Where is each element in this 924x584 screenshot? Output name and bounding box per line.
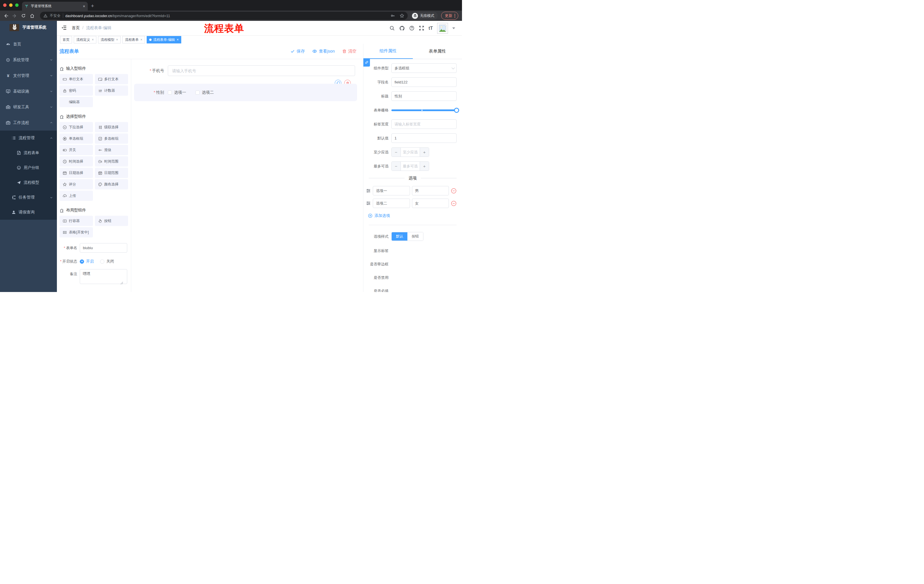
phone-input[interactable] (168, 66, 355, 76)
palette-item-single-text[interactable]: 单行文本 (59, 74, 93, 84)
remove-option-icon[interactable] (451, 188, 457, 194)
sidebar-item-process-form[interactable]: 流程表单 (0, 145, 57, 160)
selected-gender-component[interactable]: *性别 选项一 选项二 (134, 84, 357, 101)
home-icon[interactable] (30, 13, 35, 18)
palette-item-password[interactable]: 密码 (59, 86, 93, 96)
option1-label-input[interactable] (373, 186, 410, 196)
sidebar-item-process-mgmt[interactable]: 流程管理 (0, 131, 57, 145)
sidebar-item-process-model[interactable]: 流程模型 (0, 175, 57, 190)
option2-label-input[interactable] (373, 199, 410, 208)
grid-slider[interactable] (391, 109, 457, 111)
palette-item-table[interactable]: 表格[开发中] (59, 227, 93, 237)
drag-handle-icon[interactable] (366, 188, 371, 193)
tab-component-props[interactable]: 组件属性 (363, 44, 413, 59)
avatar-caret-icon[interactable] (452, 28, 455, 31)
github-icon[interactable] (399, 25, 405, 31)
palette-item-radio-group[interactable]: 单选框组 (59, 133, 93, 144)
font-size-icon[interactable]: tT (429, 26, 433, 31)
minimize-window-button[interactable] (9, 3, 13, 7)
palette-item-editor[interactable]: 编辑器 (59, 97, 93, 107)
palette-item-time-range[interactable]: 时间范围 (95, 156, 129, 166)
tag-process-form-edit[interactable]: 流程表单-编辑× (147, 36, 181, 43)
sidebar-item-task-mgmt[interactable]: 任务管理 (0, 190, 57, 205)
form-name-input[interactable] (80, 243, 127, 253)
palette-item-switch[interactable]: 开关 (59, 145, 93, 155)
maximize-window-button[interactable] (15, 3, 18, 7)
palette-item-multi-text[interactable]: 多行文本 (95, 74, 129, 84)
sidebar-item-infra[interactable]: 基础设施 (0, 84, 57, 99)
field-name-input[interactable] (391, 77, 457, 87)
style-button-button[interactable]: 按钮 (408, 232, 423, 240)
component-type-select[interactable] (391, 63, 457, 73)
tag-close-icon[interactable]: × (116, 38, 118, 42)
sidebar-item-system[interactable]: 系统管理 (0, 52, 57, 68)
palette-item-row-container[interactable]: 行容器 (59, 216, 93, 226)
tab-form-props[interactable]: 表单属性 (413, 44, 462, 59)
status-open-radio[interactable]: 开启 (80, 259, 94, 264)
fullscreen-icon[interactable] (419, 25, 424, 31)
min-select-value[interactable]: 至少应选 (401, 148, 420, 156)
max-select-value[interactable]: 最多可选 (401, 162, 420, 171)
sidebar-item-payment[interactable]: ¥ 支付管理 (0, 68, 57, 84)
style-default-button[interactable]: 默认 (392, 232, 408, 240)
clear-button[interactable]: 清空 (342, 49, 356, 54)
palette-item-button[interactable]: 按钮 (95, 216, 129, 226)
palette-item-select[interactable]: 下拉选择 (59, 122, 93, 132)
palette-item-date-range[interactable]: 日期范围 (95, 168, 129, 178)
stepper-minus-button[interactable]: − (392, 162, 401, 171)
phone-field-row[interactable]: *手机号 (131, 66, 355, 76)
palette-item-color-picker[interactable]: 颜色选择 (95, 179, 129, 189)
option2-value-input[interactable] (412, 199, 449, 208)
tag-process-form[interactable]: 流程表单× (122, 36, 145, 43)
palette-item-date-picker[interactable]: 日期选择 (59, 168, 93, 178)
slider-handle[interactable] (454, 108, 459, 113)
logo-row[interactable]: 芋道管理系统 (0, 21, 57, 34)
link-handle-button[interactable] (363, 58, 370, 67)
breadcrumb-home[interactable]: 首页 (72, 25, 80, 31)
save-button[interactable]: 保存 (290, 49, 305, 54)
tag-process-definition[interactable]: 流程定义× (74, 36, 96, 43)
avatar[interactable] (437, 23, 448, 34)
stepper-plus-button[interactable]: + (420, 162, 429, 171)
sidebar-item-home[interactable]: 首页 (0, 36, 57, 52)
tag-home[interactable]: 首页 (60, 36, 72, 43)
tag-close-icon[interactable]: × (140, 38, 142, 42)
tab-close-button[interactable]: × (83, 4, 85, 8)
password-key-icon[interactable] (391, 13, 395, 18)
palette-item-checkbox-group[interactable]: 多选框组 (95, 133, 129, 144)
new-tab-button[interactable]: + (91, 2, 94, 10)
remove-option-icon[interactable] (451, 201, 457, 206)
add-option-button[interactable]: 添加选项 (368, 213, 462, 218)
palette-item-time-picker[interactable]: 时间选择 (59, 156, 93, 166)
tag-close-icon[interactable]: × (177, 38, 179, 42)
title-input[interactable] (391, 91, 457, 101)
browser-update-button[interactable]: 更新 (441, 12, 458, 20)
stepper-plus-button[interactable]: + (420, 148, 429, 156)
default-value-input[interactable] (391, 133, 457, 143)
sidebar-item-devtools[interactable]: 研发工具 (0, 99, 57, 115)
sidebar-item-user-group[interactable]: 用户分组 (0, 160, 57, 175)
search-icon[interactable] (389, 25, 395, 31)
tag-close-icon[interactable]: × (92, 38, 94, 42)
browser-menu-dots-icon[interactable] (454, 13, 455, 18)
palette-item-upload[interactable]: 上传 (59, 191, 93, 201)
textarea-resize-handle[interactable] (120, 282, 123, 284)
url-bar[interactable]: 不安全 dashboard.yudao.iocoder.cn/bpm/manag… (40, 12, 408, 20)
bookmark-star-icon[interactable] (400, 13, 404, 18)
reload-icon[interactable] (21, 13, 26, 18)
window-controls[interactable] (3, 3, 18, 7)
palette-item-counter[interactable]: 123计数器 (95, 86, 129, 96)
sidebar-item-leave-query[interactable]: 请假查询 (0, 205, 57, 220)
palette-item-cascader[interactable]: 级联选择 (95, 122, 129, 132)
view-json-button[interactable]: 查看json (312, 49, 335, 54)
palette-item-slider[interactable]: 滑块 (95, 145, 129, 155)
help-icon[interactable] (409, 25, 414, 31)
stepper-minus-button[interactable]: − (392, 148, 401, 156)
sidebar-collapse-icon[interactable] (61, 25, 67, 31)
forward-icon[interactable] (12, 13, 17, 18)
gender-option2-checkbox[interactable]: 选项二 (196, 90, 214, 95)
status-closed-radio[interactable]: 关闭 (100, 259, 114, 264)
browser-tab[interactable]: 芋道管理系统 × (22, 2, 88, 11)
tag-process-model[interactable]: 流程模型× (98, 36, 120, 43)
palette-item-rate[interactable]: 评分 (59, 179, 93, 189)
